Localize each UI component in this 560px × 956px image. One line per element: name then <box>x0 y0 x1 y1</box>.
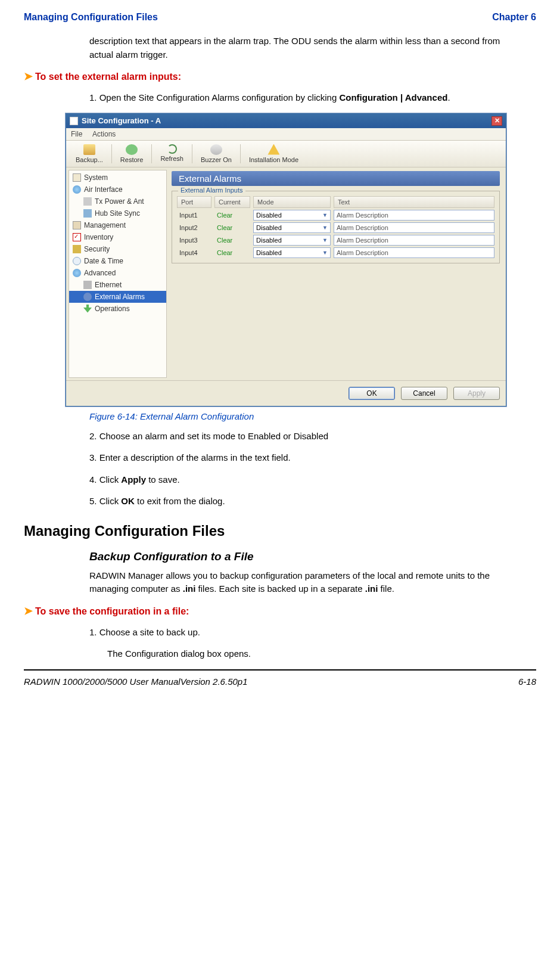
col-header-text: Text <box>334 196 494 208</box>
sidebar-item-label: Air Interface <box>84 185 123 194</box>
window-icon <box>70 117 78 125</box>
menu-actions[interactable]: Actions <box>92 130 116 138</box>
install-mode-button[interactable]: Installation Mode <box>243 143 304 164</box>
mode-dropdown[interactable]: Disabled▼ <box>253 210 331 221</box>
ok-button[interactable]: OK <box>349 387 395 400</box>
sidebar-item-label: External Alarms <box>95 293 145 301</box>
sidebar-item-label: Inventory <box>84 233 113 241</box>
step5: 5. Click OK to exit from the dialog. <box>89 495 524 508</box>
sidebar-item-date-time[interactable]: Date & Time <box>69 255 166 267</box>
air-icon <box>73 185 81 194</box>
tx-icon <box>83 197 92 206</box>
dt-icon <box>73 257 81 265</box>
sidebar-item-label: Hub Site Sync <box>95 209 140 218</box>
header-right: Chapter 6 <box>492 12 536 23</box>
mode-dropdown[interactable]: Disabled▼ <box>253 235 331 246</box>
window-title: Site Configuration - A <box>82 116 161 125</box>
sys-icon <box>73 173 81 182</box>
footer-right: 6-18 <box>518 676 536 687</box>
adv-icon <box>73 269 81 277</box>
backup-icon <box>83 144 95 155</box>
buzzer-button[interactable]: Buzzer On <box>195 143 238 164</box>
backup-button[interactable]: Backup... <box>70 143 109 164</box>
description-input[interactable]: Alarm Description <box>334 235 494 246</box>
sidebar-item-air-interface[interactable]: Air Interface <box>69 184 166 195</box>
apply-button[interactable]: Apply <box>453 387 500 400</box>
sidebar-item-system[interactable]: System <box>69 172 166 184</box>
toolbar: Backup... Restore Refresh Buzzer On Inst… <box>66 141 506 167</box>
mgmt-icon <box>73 221 81 229</box>
ext-icon <box>83 293 92 301</box>
dialog-buttons: OK Cancel Apply <box>66 380 506 406</box>
section-heading: Managing Configuration Files <box>24 523 536 539</box>
footer-rule <box>24 669 536 671</box>
current-status: Clear <box>214 222 250 233</box>
sidebar-item-operations[interactable]: Operations <box>69 303 166 315</box>
panel-title: External Alarms <box>172 171 500 186</box>
sidebar-item-label: Tx Power & Ant <box>95 197 144 206</box>
description-input[interactable]: Alarm Description <box>334 210 494 221</box>
col-header-port: Port <box>177 196 211 208</box>
procedure-heading-1: ➤ To set the external alarm inputs: <box>24 70 536 83</box>
mode-dropdown[interactable]: Disabled▼ <box>253 222 331 233</box>
sec-icon <box>73 245 81 253</box>
sidebar-item-ethernet[interactable]: Ethernet <box>69 279 166 291</box>
port-label: Input4 <box>177 247 211 258</box>
menu-file[interactable]: File <box>71 130 82 138</box>
proc1-title: To set the external alarm inputs: <box>35 72 181 82</box>
sidebar-item-security[interactable]: Security <box>69 243 166 255</box>
current-status: Clear <box>214 210 250 221</box>
inv-icon <box>73 233 81 241</box>
description-input[interactable]: Alarm Description <box>334 222 494 233</box>
sidebar-item-external-alarms[interactable]: External Alarms <box>69 291 166 303</box>
sidebar-item-tx-power-ant[interactable]: Tx Power & Ant <box>69 195 166 207</box>
page-footer: RADWIN 1000/2000/5000 User ManualVersion… <box>24 676 536 687</box>
cancel-button[interactable]: Cancel <box>401 387 447 400</box>
alarm-table: PortCurrentModeTextInput1ClearDisabled▼A… <box>177 196 494 258</box>
chevron-down-icon: ▼ <box>322 212 328 218</box>
step3: 3. Enter a description of the alarms in … <box>89 451 524 465</box>
port-label: Input3 <box>177 235 211 246</box>
group-legend: External Alarm Inputs <box>178 187 245 194</box>
step2: 2. Choose an alarm and set its mode to E… <box>89 430 524 443</box>
chevron-down-icon: ▼ <box>322 250 328 256</box>
ops-icon <box>83 305 92 313</box>
restore-button[interactable]: Restore <box>114 143 150 164</box>
sidebar-item-label: Security <box>84 245 110 253</box>
description-input[interactable]: Alarm Description <box>334 247 494 258</box>
intro-text: description text that appears in the ala… <box>89 35 524 61</box>
sidebar-item-label: Date & Time <box>84 257 123 265</box>
sidebar-item-inventory[interactable]: Inventory <box>69 231 166 243</box>
mode-dropdown[interactable]: Disabled▼ <box>253 247 331 258</box>
step4: 4. Click Apply to save. <box>89 473 524 487</box>
eth-icon <box>83 281 92 289</box>
subsection-heading: Backup Configuration to a File <box>89 550 536 563</box>
current-status: Clear <box>214 247 250 258</box>
install-icon <box>267 144 279 155</box>
col-header-current: Current <box>214 196 250 208</box>
sidebar-item-management[interactable]: Management <box>69 219 166 231</box>
proc2-step1b: The Configuration dialog box opens. <box>107 647 524 661</box>
step1: 1. Open the Site Configuration Alarms co… <box>89 91 524 105</box>
site-config-window: Site Configuration - A ✕ File Actions Ba… <box>66 113 506 406</box>
sidebar-item-advanced[interactable]: Advanced <box>69 267 166 279</box>
header-left: Managing Configuration Files <box>24 12 158 23</box>
figure-caption: Figure 6-14: External Alarm Configuratio… <box>89 411 536 421</box>
chevron-down-icon: ▼ <box>322 237 328 243</box>
sidebar-item-label: Advanced <box>84 269 116 277</box>
sidebar-item-label: System <box>84 173 108 182</box>
sidebar-item-label: Management <box>84 221 126 229</box>
sidebar-item-label: Ethernet <box>95 281 122 289</box>
hub-icon <box>83 209 92 218</box>
refresh-button[interactable]: Refresh <box>154 143 189 164</box>
sidebar-item-hub-site-sync[interactable]: Hub Site Sync <box>69 207 166 219</box>
close-button[interactable]: ✕ <box>491 116 502 126</box>
sidebar: SystemAir InterfaceTx Power & AntHub Sit… <box>69 170 167 378</box>
page-header: Managing Configuration Files Chapter 6 <box>24 12 536 23</box>
chevron-down-icon: ▼ <box>322 225 328 231</box>
backup-para: RADWIN Manager allows you to backup conf… <box>89 569 524 596</box>
col-header-mode: Mode <box>253 196 331 208</box>
titlebar: Site Configuration - A ✕ <box>66 114 506 128</box>
restore-icon <box>126 144 138 155</box>
proc2-step1: 1. Choose a site to back up. <box>89 626 524 640</box>
